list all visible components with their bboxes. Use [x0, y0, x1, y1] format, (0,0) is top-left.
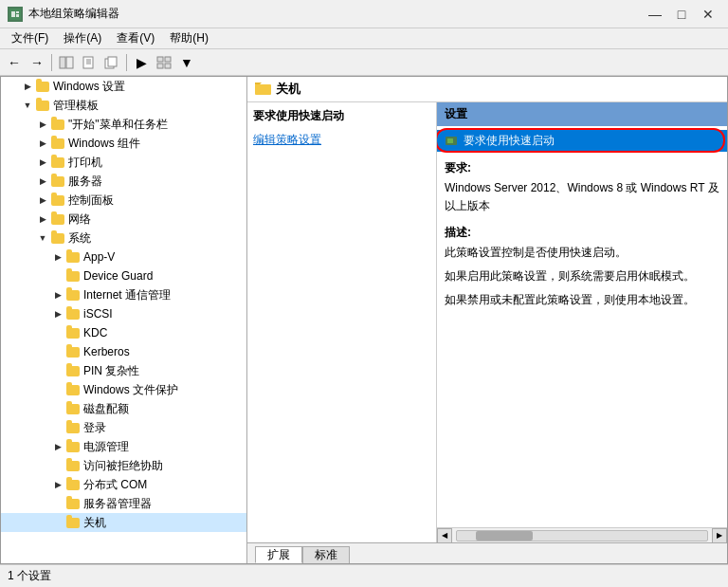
tab-bar: 扩展 标准 [247, 542, 727, 563]
expand-icon: ▶ [35, 193, 50, 208]
tree-item-windows-settings[interactable]: ▶ Windows 设置 [1, 77, 246, 96]
expand-icon [50, 401, 65, 416]
tree-item-appv[interactable]: ▶ App-V [1, 248, 246, 266]
edit-policy-link[interactable]: 编辑策略设置 [253, 133, 321, 146]
maximize-button[interactable]: □ [669, 5, 694, 24]
tree-item-windows-components[interactable]: ▶ Windows 组件 [1, 134, 246, 153]
tree-label: 登录 [83, 420, 106, 436]
filter-button[interactable]: ▼ [176, 52, 197, 73]
tree-item-pin[interactable]: PIN 复杂性 [1, 361, 246, 380]
scroll-left-btn[interactable]: ◀ [437, 528, 452, 543]
scroll-right-btn[interactable]: ▶ [712, 528, 727, 543]
tree-item-shutdown[interactable]: 关机 [1, 513, 246, 532]
svg-rect-6 [83, 57, 93, 68]
tree-item-power[interactable]: ▶ 电源管理 [1, 437, 246, 456]
tree-item-device-guard[interactable]: Device Guard [1, 266, 246, 285]
settings-item-text: 要求使用快速启动 [464, 133, 555, 149]
tree-item-iscsi[interactable]: ▶ iSCSI [1, 304, 246, 323]
expand-icon: ▶ [35, 136, 50, 151]
show-hide-button[interactable] [56, 52, 77, 73]
expand-icon [50, 268, 65, 284]
folder-icon [35, 99, 50, 112]
copy-button[interactable] [101, 52, 122, 73]
expand-icon [50, 515, 65, 530]
tree-panel: ▶ Windows 设置 ▼ 管理模板 ▶ "开始"菜单和任务栏 ▶ [1, 77, 247, 563]
close-button[interactable]: ✕ [696, 5, 720, 24]
tree-label: 服务器 [68, 174, 102, 190]
tab-standard[interactable]: 标准 [302, 546, 350, 563]
expand-icon: ▶ [50, 306, 65, 321]
folder-icon [65, 478, 81, 491]
right-header-title: 关机 [276, 81, 300, 98]
tree-item-access-denied[interactable]: 访问被拒绝协助 [1, 456, 246, 475]
tree-item-start-menu[interactable]: ▶ "开始"菜单和任务栏 [1, 115, 246, 134]
policy-list-area: 要求使用快速启动 编辑策略设置 [247, 102, 437, 542]
menu-action[interactable]: 操作(A) [56, 28, 109, 48]
tree-item-servers[interactable]: ▶ 服务器 [1, 172, 246, 191]
title-bar: 本地组策略编辑器 — □ ✕ [0, 0, 728, 28]
tree-item-logon[interactable]: 登录 [1, 418, 246, 437]
forward-button[interactable]: → [27, 52, 47, 73]
expand-icon [50, 496, 65, 511]
new-button[interactable] [79, 52, 100, 73]
tree-label: Windows 组件 [68, 136, 140, 152]
folder-icon [65, 516, 81, 529]
app-icon [8, 7, 23, 22]
right-panel: 关机 要求使用快速启动 编辑策略设置 设置 [247, 77, 727, 563]
minimize-button[interactable]: — [643, 5, 667, 24]
scrollbar-thumb [476, 531, 533, 541]
desc-text2: 如果启用此策略设置，则系统需要启用休眠模式。 [445, 267, 719, 285]
expand-icon [50, 420, 65, 435]
svg-rect-14 [157, 64, 163, 68]
folder-icon [65, 364, 81, 377]
expand-icon: ▶ [35, 211, 50, 227]
svg-rect-4 [60, 57, 65, 68]
svg-marker-18 [255, 83, 262, 84]
play-button[interactable]: ▶ [131, 52, 152, 73]
tree-item-server-manager[interactable]: 服务器管理器 [1, 494, 246, 513]
tree-label: 访问被拒绝协助 [83, 458, 163, 474]
tree-label: 服务器管理器 [83, 496, 152, 512]
policy-name: 要求使用快速启动 [253, 108, 430, 124]
right-content: 要求使用快速启动 编辑策略设置 设置 要求使用快速启动 [247, 102, 727, 542]
tree-label: Device Guard [83, 269, 153, 283]
tree-item-dcom[interactable]: ▶ 分布式 COM [1, 475, 246, 494]
svg-rect-15 [165, 64, 171, 68]
tab-expand[interactable]: 扩展 [255, 546, 302, 563]
menu-help[interactable]: 帮助(H) [162, 28, 216, 48]
folder-icon [65, 326, 81, 339]
back-button[interactable]: ← [4, 52, 25, 73]
folder-icon [65, 497, 81, 510]
expand-icon [50, 458, 65, 473]
menu-bar: 文件(F) 操作(A) 查看(V) 帮助(H) [0, 28, 728, 49]
requirements-section: 要求: Windows Server 2012、Windows 8 或 Wind… [445, 159, 719, 216]
description-area: 要求: Windows Server 2012、Windows 8 或 Wind… [437, 152, 727, 324]
tree-label: 关机 [83, 515, 106, 531]
settings-item-fast-startup[interactable]: 要求使用快速启动 [437, 130, 727, 152]
tree-item-kerberos[interactable]: Kerberos [1, 342, 246, 361]
desc-text1: 此策略设置控制是否使用快速启动。 [445, 244, 719, 262]
toolbar-sep-1 [51, 54, 52, 71]
tree-item-network[interactable]: ▶ 网络 [1, 210, 246, 229]
menu-view[interactable]: 查看(V) [109, 28, 162, 48]
tree-label: 打印机 [68, 155, 102, 171]
folder-icon [65, 269, 81, 283]
svg-rect-2 [16, 11, 19, 13]
tree-label: 网络 [68, 211, 91, 228]
tree-label: 管理模板 [53, 98, 99, 114]
toolbar: ← → ▶ ▼ [0, 49, 728, 76]
description-section: 描述: 此策略设置控制是否使用快速启动。 如果启用此策略设置，则系统需要启用休眠… [445, 224, 719, 310]
expand-icon: ▶ [35, 155, 50, 170]
tree-item-system[interactable]: ▼ 系统 [1, 229, 246, 248]
tree-item-printers[interactable]: ▶ 打印机 [1, 153, 246, 172]
tree-item-control-panel[interactable]: ▶ 控制面板 [1, 191, 246, 210]
menu-file[interactable]: 文件(F) [4, 28, 56, 48]
tree-item-admin-templates[interactable]: ▼ 管理模板 [1, 96, 246, 115]
tree-item-internet-comm[interactable]: ▶ Internet 通信管理 [1, 285, 246, 304]
tree-item-wfp[interactable]: Windows 文件保护 [1, 380, 246, 399]
tree-item-kdc[interactable]: KDC [1, 323, 246, 342]
scrollbar-track [456, 530, 708, 541]
h-scrollbar[interactable]: ◀ ▶ [437, 527, 727, 542]
grid-button[interactable] [154, 52, 174, 73]
tree-item-disk-quota[interactable]: 磁盘配额 [1, 399, 246, 418]
